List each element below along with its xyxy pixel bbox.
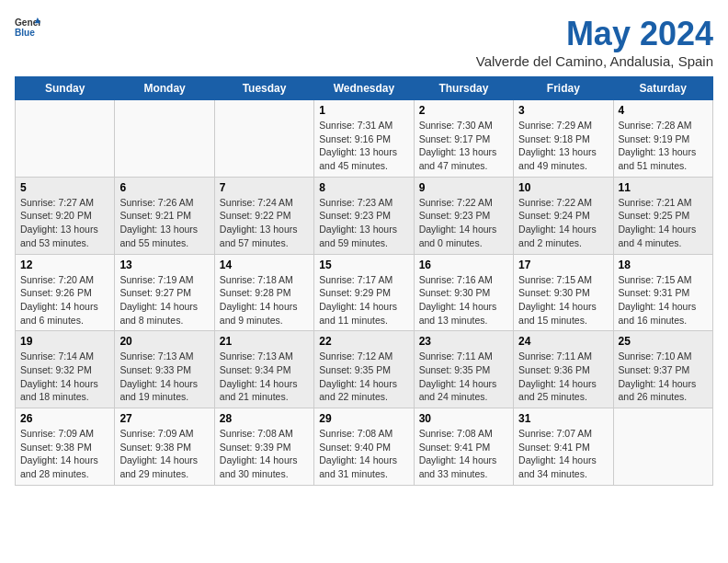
svg-text:Blue: Blue (15, 28, 35, 38)
day-number: 18 (619, 259, 708, 271)
day-number: 14 (220, 259, 309, 271)
weekday-thursday: Thursday (414, 77, 513, 100)
calendar-cell: 2Sunrise: 7:30 AM Sunset: 9:17 PM Daylig… (414, 100, 513, 178)
week-row-4: 19Sunrise: 7:14 AM Sunset: 9:32 PM Dayli… (16, 331, 713, 408)
weekday-saturday: Saturday (613, 77, 712, 100)
calendar-body: 1Sunrise: 7:31 AM Sunset: 9:16 PM Daylig… (16, 100, 713, 486)
calendar-cell: 12Sunrise: 7:20 AM Sunset: 9:26 PM Dayli… (16, 254, 115, 331)
calendar-cell: 22Sunrise: 7:12 AM Sunset: 9:35 PM Dayli… (314, 331, 414, 408)
calendar-cell: 5Sunrise: 7:27 AM Sunset: 9:20 PM Daylig… (16, 177, 115, 254)
day-detail: Sunrise: 7:08 AM Sunset: 9:39 PM Dayligh… (220, 427, 309, 481)
day-number: 2 (419, 104, 508, 117)
day-detail: Sunrise: 7:14 AM Sunset: 9:32 PM Dayligh… (20, 350, 109, 404)
calendar-cell: 19Sunrise: 7:14 AM Sunset: 9:32 PM Dayli… (16, 331, 115, 408)
calendar-cell: 26Sunrise: 7:09 AM Sunset: 9:38 PM Dayli… (16, 408, 115, 486)
calendar-cell (115, 100, 214, 178)
day-number: 28 (220, 412, 309, 425)
day-detail: Sunrise: 7:16 AM Sunset: 9:30 PM Dayligh… (419, 273, 508, 327)
day-number: 17 (518, 259, 608, 271)
day-detail: Sunrise: 7:23 AM Sunset: 9:23 PM Dayligh… (319, 196, 408, 250)
calendar-cell: 28Sunrise: 7:08 AM Sunset: 9:39 PM Dayli… (214, 408, 313, 486)
day-detail: Sunrise: 7:27 AM Sunset: 9:20 PM Dayligh… (20, 196, 109, 250)
calendar-cell: 24Sunrise: 7:11 AM Sunset: 9:36 PM Dayli… (514, 331, 613, 408)
day-detail: Sunrise: 7:24 AM Sunset: 9:22 PM Dayligh… (220, 196, 309, 250)
day-number: 24 (518, 335, 608, 348)
day-detail: Sunrise: 7:09 AM Sunset: 9:38 PM Dayligh… (20, 427, 109, 481)
day-detail: Sunrise: 7:26 AM Sunset: 9:21 PM Dayligh… (119, 196, 209, 250)
calendar-cell: 9Sunrise: 7:22 AM Sunset: 9:23 PM Daylig… (414, 177, 513, 254)
calendar-cell: 13Sunrise: 7:19 AM Sunset: 9:27 PM Dayli… (115, 254, 214, 331)
calendar-cell: 7Sunrise: 7:24 AM Sunset: 9:22 PM Daylig… (214, 177, 313, 254)
calendar-cell: 15Sunrise: 7:17 AM Sunset: 9:29 PM Dayli… (314, 254, 414, 331)
day-number: 5 (20, 181, 109, 194)
day-number: 3 (518, 104, 608, 117)
week-row-2: 5Sunrise: 7:27 AM Sunset: 9:20 PM Daylig… (16, 177, 713, 254)
day-detail: Sunrise: 7:30 AM Sunset: 9:17 PM Dayligh… (419, 119, 508, 173)
day-detail: Sunrise: 7:11 AM Sunset: 9:36 PM Dayligh… (518, 350, 608, 404)
day-detail: Sunrise: 7:08 AM Sunset: 9:41 PM Dayligh… (419, 427, 508, 481)
day-number: 21 (220, 335, 309, 348)
week-row-1: 1Sunrise: 7:31 AM Sunset: 9:16 PM Daylig… (16, 100, 713, 178)
weekday-sunday: Sunday (16, 77, 115, 100)
day-detail: Sunrise: 7:15 AM Sunset: 9:30 PM Dayligh… (518, 273, 608, 327)
day-detail: Sunrise: 7:10 AM Sunset: 9:37 PM Dayligh… (619, 350, 708, 404)
day-detail: Sunrise: 7:17 AM Sunset: 9:29 PM Dayligh… (319, 273, 408, 327)
day-number: 15 (319, 259, 408, 271)
weekday-tuesday: Tuesday (214, 77, 313, 100)
day-detail: Sunrise: 7:13 AM Sunset: 9:33 PM Dayligh… (119, 350, 209, 404)
day-detail: Sunrise: 7:22 AM Sunset: 9:24 PM Dayligh… (518, 196, 608, 250)
calendar-cell: 25Sunrise: 7:10 AM Sunset: 9:37 PM Dayli… (613, 331, 712, 408)
calendar-cell: 14Sunrise: 7:18 AM Sunset: 9:28 PM Dayli… (214, 254, 313, 331)
weekday-friday: Friday (514, 77, 613, 100)
day-detail: Sunrise: 7:29 AM Sunset: 9:18 PM Dayligh… (518, 119, 608, 173)
calendar-cell: 30Sunrise: 7:08 AM Sunset: 9:41 PM Dayli… (414, 408, 513, 486)
day-detail: Sunrise: 7:28 AM Sunset: 9:19 PM Dayligh… (619, 119, 708, 173)
calendar-cell (214, 100, 313, 178)
day-number: 8 (319, 181, 408, 194)
day-number: 27 (119, 412, 209, 425)
day-number: 30 (419, 412, 508, 425)
calendar-cell: 21Sunrise: 7:13 AM Sunset: 9:34 PM Dayli… (214, 331, 313, 408)
day-detail: Sunrise: 7:22 AM Sunset: 9:23 PM Dayligh… (419, 196, 508, 250)
calendar-table: SundayMondayTuesdayWednesdayThursdayFrid… (15, 76, 713, 486)
subtitle: Valverde del Camino, Andalusia, Spain (476, 53, 713, 69)
day-number: 9 (419, 181, 508, 194)
calendar-cell: 29Sunrise: 7:08 AM Sunset: 9:40 PM Dayli… (314, 408, 414, 486)
day-detail: Sunrise: 7:31 AM Sunset: 9:16 PM Dayligh… (319, 119, 408, 173)
calendar-cell: 6Sunrise: 7:26 AM Sunset: 9:21 PM Daylig… (115, 177, 214, 254)
weekday-wednesday: Wednesday (314, 77, 414, 100)
day-number: 20 (119, 335, 209, 348)
day-number: 13 (119, 259, 209, 271)
calendar-cell: 23Sunrise: 7:11 AM Sunset: 9:35 PM Dayli… (414, 331, 513, 408)
day-detail: Sunrise: 7:20 AM Sunset: 9:26 PM Dayligh… (20, 273, 109, 327)
day-number: 11 (619, 181, 708, 194)
day-detail: Sunrise: 7:12 AM Sunset: 9:35 PM Dayligh… (319, 350, 408, 404)
day-detail: Sunrise: 7:08 AM Sunset: 9:40 PM Dayligh… (319, 427, 408, 481)
day-detail: Sunrise: 7:21 AM Sunset: 9:25 PM Dayligh… (619, 196, 708, 250)
day-detail: Sunrise: 7:19 AM Sunset: 9:27 PM Dayligh… (119, 273, 209, 327)
day-detail: Sunrise: 7:18 AM Sunset: 9:28 PM Dayligh… (220, 273, 309, 327)
calendar-cell: 8Sunrise: 7:23 AM Sunset: 9:23 PM Daylig… (314, 177, 414, 254)
calendar-cell: 17Sunrise: 7:15 AM Sunset: 9:30 PM Dayli… (514, 254, 613, 331)
day-detail: Sunrise: 7:15 AM Sunset: 9:31 PM Dayligh… (619, 273, 708, 327)
day-number: 31 (518, 412, 608, 425)
week-row-3: 12Sunrise: 7:20 AM Sunset: 9:26 PM Dayli… (16, 254, 713, 331)
day-detail: Sunrise: 7:09 AM Sunset: 9:38 PM Dayligh… (119, 427, 209, 481)
calendar-header: SundayMondayTuesdayWednesdayThursdayFrid… (16, 77, 713, 100)
logo-icon: General Blue (15, 15, 40, 40)
day-number: 16 (419, 259, 508, 271)
day-number: 22 (319, 335, 408, 348)
calendar-cell: 4Sunrise: 7:28 AM Sunset: 9:19 PM Daylig… (613, 100, 712, 178)
day-number: 4 (619, 104, 708, 117)
weekday-header-row: SundayMondayTuesdayWednesdayThursdayFrid… (16, 77, 713, 100)
calendar-cell (16, 100, 115, 178)
day-number: 7 (220, 181, 309, 194)
logo: General Blue (15, 15, 40, 40)
calendar-cell: 27Sunrise: 7:09 AM Sunset: 9:38 PM Dayli… (115, 408, 214, 486)
day-number: 26 (20, 412, 109, 425)
day-number: 29 (319, 412, 408, 425)
day-detail: Sunrise: 7:11 AM Sunset: 9:35 PM Dayligh… (419, 350, 508, 404)
day-number: 12 (20, 259, 109, 271)
title-area: May 2024 Valverde del Camino, Andalusia,… (476, 15, 713, 69)
calendar-cell: 1Sunrise: 7:31 AM Sunset: 9:16 PM Daylig… (314, 100, 414, 178)
